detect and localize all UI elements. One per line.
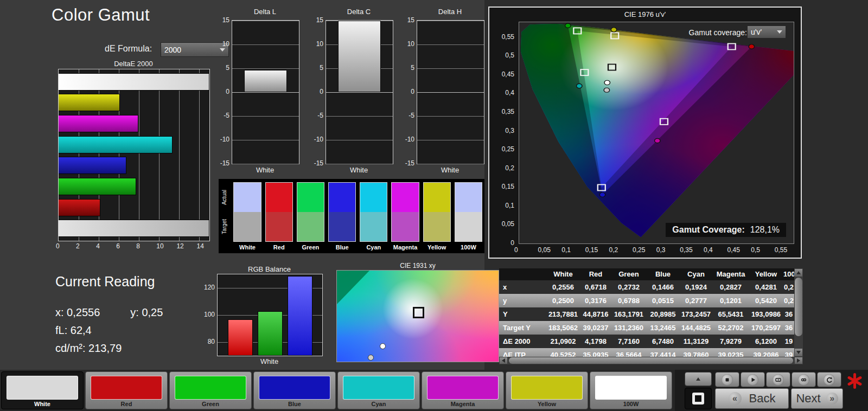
swatch-pair — [391, 182, 419, 242]
rgb-y-tick: 100 — [202, 311, 215, 318]
rgb-bar-blue — [288, 276, 312, 356]
pattern-patch-cyan[interactable]: Cyan — [337, 371, 420, 409]
target-swatch — [424, 212, 450, 241]
target-swatch — [266, 212, 292, 241]
table-horizontal-scrollbar[interactable] — [499, 357, 803, 364]
table-cell: 39 — [783, 348, 794, 357]
pattern-patch-magenta[interactable]: Magenta — [422, 371, 504, 409]
scroll-down-button[interactable] — [795, 349, 802, 356]
table-cell: 0,2556 — [546, 280, 580, 294]
uv-y-tick: 0,3 — [505, 127, 514, 134]
uv-x-tick: 0,15 — [585, 246, 598, 254]
table-cell: 0,2827 — [713, 280, 749, 294]
patch-label: Green — [170, 401, 251, 407]
mini-y-tick: 0 — [218, 88, 229, 95]
uv-x-tick: 0,35 — [680, 246, 692, 254]
swatch-pair — [233, 182, 261, 242]
rgb-bar-red — [228, 319, 253, 356]
table-row-δe-itp: ΔE ITP40,525235,093536,566437,441439,786… — [499, 348, 794, 357]
row-label: Y — [499, 307, 546, 321]
gamut-coverage-dropdown[interactable]: u'v' — [747, 25, 786, 38]
horizontal-scroll-thumb[interactable] — [509, 357, 793, 364]
patch-swatch — [427, 376, 499, 400]
asterisk-icon[interactable] — [846, 373, 863, 389]
vertical-scroll-thumb[interactable] — [795, 278, 802, 336]
row-label: y — [499, 294, 546, 307]
swatch-row-labels: ActualTarget — [221, 182, 229, 253]
mini-chart-x-label: White — [417, 166, 483, 174]
table-cell: 0,2 — [783, 280, 794, 294]
collapse-button[interactable] — [685, 372, 712, 386]
rgb-balance-title: RGB Balance — [217, 265, 322, 273]
table-cell: 0,6718 — [580, 280, 611, 294]
mini-chart-x-label: White — [232, 166, 298, 174]
mini-gridline — [232, 116, 299, 117]
mini-chart-plot — [232, 20, 299, 164]
pattern-patch-red[interactable]: Red — [85, 371, 168, 409]
uv-x-tick: 0,2 — [609, 246, 618, 254]
cie-1931-title: CIE 1931 xy — [336, 262, 499, 269]
swatch-label: Red — [265, 242, 293, 253]
swatch-column-red: Red — [265, 182, 293, 253]
table-cell: 0,6788 — [611, 294, 647, 307]
uv-x-tick: 0 — [514, 246, 518, 254]
pattern-patch-100w[interactable]: 100W — [590, 371, 672, 409]
table-cell: 0,1466 — [647, 280, 679, 294]
mini-y-tick: 5 — [403, 64, 414, 72]
measurement-dot-magenta — [655, 138, 660, 143]
next-button[interactable]: Next » — [791, 388, 843, 409]
scroll-right-button[interactable] — [795, 357, 802, 364]
deltae-bar-red — [59, 199, 100, 216]
stop-pattern-button[interactable] — [685, 388, 712, 409]
xy-measurement-dot-1 — [380, 343, 386, 349]
play-button[interactable] — [741, 372, 765, 387]
swatch-column-100w: 100W — [455, 182, 482, 253]
mini-gridline — [417, 140, 484, 140]
deltae-x-tick: 0 — [56, 242, 60, 250]
mini-y-tick: 5 — [311, 64, 323, 72]
patch-swatch — [511, 376, 583, 400]
arrow-up-icon — [796, 271, 801, 274]
pattern-patch-yellow[interactable]: Yellow — [506, 371, 588, 409]
mini-chart-x-label: White — [326, 166, 392, 174]
stop-button[interactable] — [715, 372, 739, 387]
pattern-patch-blue[interactable]: Blue — [253, 371, 336, 409]
scroll-left-button[interactable] — [500, 357, 507, 364]
pattern-bar: WhiteRedGreenBlueCyanMagentaYellow100W «… — [0, 370, 868, 411]
measurement-dot-green — [565, 23, 571, 28]
swatch-column-cyan: Cyan — [360, 182, 387, 253]
table-vertical-scrollbar[interactable] — [794, 268, 803, 357]
refresh-button[interactable] — [817, 372, 841, 387]
table-cell: 0,0515 — [647, 294, 679, 307]
chevron-right-icon: » — [826, 393, 838, 404]
mini-gridline — [417, 116, 484, 117]
patch-label: Red — [86, 401, 167, 407]
deltae-bars — [59, 69, 209, 241]
infinite-button[interactable] — [792, 372, 816, 387]
table-header-White: White — [546, 268, 580, 280]
gamut-coverage-label: Gamut Coverage: — [672, 225, 744, 234]
current-reading-title: Current Reading — [55, 274, 155, 290]
mini-gridline — [326, 92, 393, 93]
patch-swatch — [91, 376, 162, 400]
gamut-coverage-dropdown-label: Gamut coverage: — [689, 28, 747, 37]
reading-fl: fL: 62,4 — [55, 324, 92, 337]
swatch-label: White — [233, 242, 261, 253]
mini-y-tick: 15 — [311, 16, 323, 24]
scroll-up-button[interactable] — [795, 269, 802, 277]
table-cell: 11,3129 — [679, 335, 713, 348]
patch-swatch — [343, 376, 414, 400]
uv-x-tick: 0,4 — [704, 246, 713, 254]
pattern-patch-green[interactable]: Green — [169, 371, 252, 409]
table-cell: 7,7160 — [611, 335, 647, 348]
table-header-Green: Green — [611, 268, 647, 280]
step-button[interactable] — [766, 372, 790, 387]
pattern-patch-white[interactable]: White — [1, 371, 84, 409]
patch-label: White — [2, 401, 83, 407]
table-row-x: x0,25560,67180,27320,14660,19240,28270,4… — [499, 280, 794, 294]
back-button[interactable]: « Back — [715, 388, 789, 409]
reading-y: y: 0,25 — [130, 306, 163, 319]
de-formula-value: 2000 — [164, 46, 181, 54]
mini-gridline — [232, 44, 299, 45]
mini-y-tick: -10 — [403, 136, 414, 143]
